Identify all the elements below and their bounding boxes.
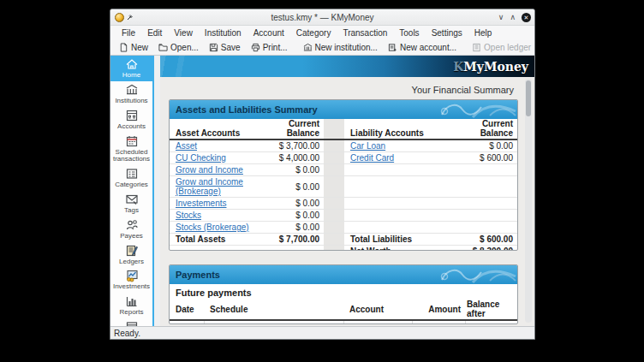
budgets-icon xyxy=(125,320,139,326)
table-row: Investements $ 0.00 xyxy=(170,198,517,210)
kmymoney-window: testus.kmy * — KMyMoney ∨ ∧ ✕ File Edit … xyxy=(110,9,535,340)
menu-edit[interactable]: Edit xyxy=(141,27,168,39)
maximize-icon[interactable]: ∧ xyxy=(510,14,516,21)
payments-table-body: 1/31/20 Loan payment for Car Loan Asset … xyxy=(170,321,517,324)
menu-settings[interactable]: Settings xyxy=(426,27,468,39)
schedule-link[interactable]: Loan payment for Car Loan xyxy=(230,323,334,324)
flourish-decoration xyxy=(438,100,517,119)
menu-view[interactable]: View xyxy=(168,27,199,39)
investments-icon xyxy=(125,269,139,282)
open-folder-icon xyxy=(158,43,168,52)
payments-panel: Payments Future payments Date Schedule A… xyxy=(169,264,518,324)
sidebar-item-label: Payees xyxy=(120,233,143,240)
account-link-stocks-brokerage[interactable]: Stocks (Brokerage) xyxy=(176,223,249,232)
menu-category[interactable]: Category xyxy=(290,27,337,39)
save-button[interactable]: Save xyxy=(204,42,246,53)
toolbar: New Open... Save Print... New institutio… xyxy=(110,40,534,56)
totals-row: Total Assets $ 7,700.00 Total Liabilitie… xyxy=(170,234,517,246)
open-ledger-label: Open ledger xyxy=(484,43,531,52)
table-gap xyxy=(324,210,344,221)
account-link-credit-card[interactable]: Credit Card xyxy=(350,153,394,163)
vertical-scrollbar[interactable] xyxy=(525,79,532,323)
new-button[interactable]: New xyxy=(114,42,153,53)
sidebar-item-ledgers[interactable]: Ledgers xyxy=(110,242,152,268)
menu-account[interactable]: Account xyxy=(247,27,290,39)
sidebar-item-label: Ledgers xyxy=(119,258,144,266)
new-institution-button[interactable]: New institution... xyxy=(298,42,383,53)
print-button[interactable]: Print... xyxy=(246,42,293,53)
table-gap xyxy=(324,164,344,175)
open-ledger-button[interactable]: Open ledger xyxy=(467,42,535,53)
table-row: Stocks $ 0.00 xyxy=(170,210,517,222)
account-balance: $ 0.00 xyxy=(271,164,324,175)
payment-account: Asset xyxy=(343,321,412,324)
new-button-label: New xyxy=(131,43,148,52)
open-button[interactable]: Open... xyxy=(153,42,204,53)
sidebar-item-label: Home xyxy=(122,72,140,80)
sidebar-item-institutions[interactable]: Institutions xyxy=(110,81,152,107)
future-payments-title: Future payments xyxy=(170,284,517,299)
logo-rest: MyMoney xyxy=(463,60,528,74)
new-account-button[interactable]: New account... xyxy=(383,42,462,53)
window-title: testus.kmy * — KMyMoney xyxy=(110,13,534,22)
sidebar-item-investments[interactable]: Investments xyxy=(110,267,152,293)
account-link-cu-checking[interactable]: CU Checking xyxy=(176,153,226,163)
sidebar-item-payees[interactable]: Payees xyxy=(110,217,152,242)
account-header: Account xyxy=(343,299,412,319)
schedule-header: Schedule xyxy=(204,299,343,319)
sidebar-accent-line xyxy=(152,56,154,326)
account-link-grow-and-income-brokerage[interactable]: Grow and Income (Brokerage) xyxy=(176,177,267,196)
asset-accounts-header: Asset Accounts xyxy=(170,119,271,139)
menu-file[interactable]: File xyxy=(116,27,141,39)
payment-date: 1/31/20 xyxy=(170,321,204,324)
table-gap xyxy=(324,234,344,245)
total-liabilities-value: $ 600.00 xyxy=(456,234,517,245)
account-link-grow-and-income[interactable]: Grow and Income xyxy=(176,165,243,175)
menu-transaction[interactable]: Transaction xyxy=(337,27,393,39)
titlebar[interactable]: testus.kmy * — KMyMoney ∨ ∧ ✕ xyxy=(110,9,534,26)
sidebar-item-label: Scheduled transactions xyxy=(111,149,152,164)
assets-liabilities-panel: Assets and Liabilities Summary Asset Acc… xyxy=(169,99,518,251)
account-link-asset[interactable]: Asset xyxy=(176,141,197,151)
account-link-car-loan[interactable]: Car Loan xyxy=(350,141,385,151)
current-balance-header: Current Balance xyxy=(456,119,517,139)
table-row: Grow and Income $ 0.00 xyxy=(170,164,517,176)
account-link-investements[interactable]: Investements xyxy=(176,199,226,208)
print-button-label: Print... xyxy=(263,43,288,52)
minimize-icon[interactable]: ∨ xyxy=(498,14,504,21)
table-row: Stocks (Brokerage) $ 0.00 xyxy=(170,222,517,234)
sidebar-item-categories[interactable]: Categories xyxy=(110,165,152,191)
sidebar-item-tags[interactable]: Tags xyxy=(110,191,152,217)
printer-icon xyxy=(251,43,260,52)
flourish-decoration xyxy=(438,265,517,284)
auto-enter-icon xyxy=(211,323,218,324)
table-gap xyxy=(324,198,344,209)
sidebar-item-scheduled-transactions[interactable]: Scheduled transactions xyxy=(110,133,152,166)
section-title: Payments xyxy=(176,270,220,280)
account-balance: $ 3,700.00 xyxy=(271,140,324,151)
menu-tools[interactable]: Tools xyxy=(393,27,425,39)
kmymoney-banner: KMyMoney xyxy=(160,56,534,77)
close-icon[interactable]: ✕ xyxy=(522,13,531,22)
sidebar-item-home[interactable]: Home xyxy=(110,56,152,81)
payment-balance-after: $ 3,324.86 xyxy=(465,321,517,324)
sidebar-item-reports[interactable]: Reports xyxy=(110,293,152,318)
scrollbar-thumb[interactable] xyxy=(526,80,531,116)
sidebar-item-budgets[interactable]: Budgets xyxy=(110,318,152,326)
menu-help[interactable]: Help xyxy=(468,27,498,39)
account-balance: $ 0.00 xyxy=(271,222,324,233)
table-gap xyxy=(324,152,344,163)
payments-header: Payments xyxy=(170,265,517,284)
bank-icon xyxy=(303,43,313,52)
save-floppy-icon xyxy=(209,43,218,52)
menu-institution[interactable]: Institution xyxy=(199,27,247,39)
account-link-stocks[interactable]: Stocks xyxy=(176,211,201,220)
sidebar-item-accounts[interactable]: Accounts xyxy=(110,107,152,133)
account-balance: $ 0.00 xyxy=(456,140,517,151)
section-title: Assets and Liabilities Summary xyxy=(176,104,318,115)
net-worth-value: $ 8,300.00 xyxy=(456,246,517,251)
accounts-icon xyxy=(125,109,139,122)
page-title: Your Financial Summary xyxy=(412,85,514,95)
new-account-icon xyxy=(388,43,397,52)
save-button-label: Save xyxy=(221,43,241,52)
